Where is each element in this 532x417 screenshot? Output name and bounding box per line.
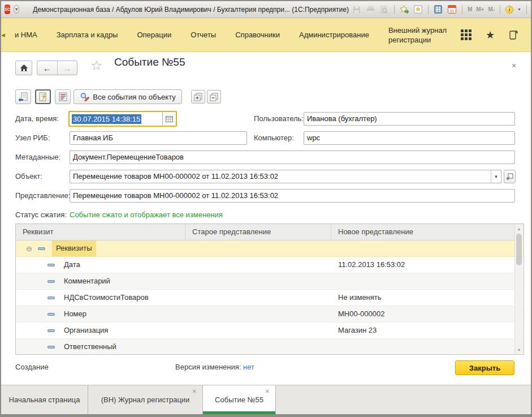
row-name: Ответственный <box>64 339 116 355</box>
memory-mplus-icon[interactable]: M+ <box>476 6 484 12</box>
row-name: Дата <box>64 257 80 273</box>
all-events-label: Все события по объекту <box>93 93 175 101</box>
table-row[interactable]: Дата 11.02.2013 16:53:02 <box>16 257 524 273</box>
tab-label: Событие №55 <box>215 395 263 404</box>
column-header-attribute[interactable]: Реквизит <box>16 224 185 240</box>
presentation-label: Представление: <box>15 189 70 203</box>
calendar-icon[interactable]: 31 <box>447 5 457 14</box>
object-value: Перемещение товаров МН00-000002 от 11.02… <box>70 170 491 183</box>
tab-registration-journal[interactable]: (ВН) Журнал регистрации ✕ <box>88 385 203 414</box>
version-link[interactable]: нет <box>243 363 254 371</box>
document-report-icon <box>58 92 68 102</box>
compression-status-value: Событие сжато и отображает все изменения <box>70 208 223 222</box>
tab-close-icon[interactable]: ✕ <box>192 388 197 394</box>
row-name: Реквизиты <box>52 240 96 256</box>
tab-close-icon[interactable]: ✕ <box>265 388 270 394</box>
open-windows-tab-bar: Начальная страница (ВН) Журнал регистрац… <box>1 385 531 414</box>
home-icon <box>20 64 28 72</box>
favorites-window-icon[interactable] <box>413 5 423 14</box>
scroll-down-icon[interactable]: ▼ <box>515 346 523 354</box>
print-preview-icon[interactable] <box>379 5 389 14</box>
table-row[interactable]: НДСвСтоимостиТоваров Не изменять <box>16 290 524 306</box>
menu-item-administration[interactable]: Администрирование <box>289 26 379 44</box>
divider <box>428 5 429 14</box>
user-input[interactable]: Иванова (бухгалтер) <box>304 112 515 126</box>
object-input[interactable]: Перемещение товаров МН00-000002 от 11.02… <box>70 170 501 183</box>
open-icon <box>506 173 513 180</box>
collapse-all-button[interactable] <box>207 90 221 104</box>
event-type-label: Создание <box>15 363 49 371</box>
history-nav-group: ← → <box>37 61 77 75</box>
menu-item-salary[interactable]: Зарплата и кадры <box>47 26 128 44</box>
title-bar: 1С ▼ Демонстрационная база / Абдулов Юри… <box>1 1 531 18</box>
menu-item-external-journal[interactable]: Внешний журнал регистрации <box>379 23 461 47</box>
date-time-value: 30.07.2015 14:38:15 <box>70 112 162 126</box>
divider <box>500 5 500 14</box>
add-favorite-icon[interactable] <box>400 5 409 14</box>
info-dropdown-icon[interactable]: ▼ <box>517 7 521 11</box>
calculator-icon[interactable] <box>434 5 443 14</box>
table-row[interactable]: Ответственный <box>16 339 524 355</box>
row-name: Комментарий <box>64 273 110 289</box>
close-form-icon[interactable]: × <box>512 61 516 70</box>
metadata-input[interactable]: Документ.ПеремещениеТоваров <box>70 151 515 164</box>
calendar-picker-icon[interactable] <box>162 112 176 126</box>
event-card-button[interactable] <box>35 89 51 104</box>
favorites-star-icon[interactable]: ★ <box>486 30 495 40</box>
print-icon[interactable] <box>366 5 375 14</box>
dash-item-icon <box>47 346 55 349</box>
column-header-old[interactable]: Старое представление <box>185 224 331 240</box>
collapse-node-icon[interactable]: ⊖ <box>26 245 32 252</box>
table-row[interactable]: ⊖ Реквизиты <box>16 240 524 257</box>
collapse-all-icon <box>210 93 218 101</box>
favorite-star-icon[interactable]: ☆ <box>90 58 103 74</box>
memory-m-icon[interactable]: M <box>468 6 472 12</box>
home-button[interactable] <box>15 61 32 75</box>
menu-item-operations[interactable]: Операции <box>127 26 181 44</box>
user-label: Пользователь: <box>254 112 304 126</box>
memory-mminus-icon[interactable]: M- <box>488 6 495 12</box>
menu-item-directories[interactable]: Справочники <box>226 26 289 44</box>
info-icon[interactable]: i <box>505 6 513 14</box>
back-button[interactable]: ← <box>37 61 58 75</box>
history-icon[interactable] <box>509 30 518 40</box>
tab-event-55[interactable]: Событие №55 ✕ <box>203 385 276 414</box>
go-to-journal-button[interactable] <box>15 89 31 104</box>
table-row[interactable]: Комментарий <box>16 273 524 290</box>
dash-item-icon <box>47 329 55 332</box>
open-object-button[interactable] <box>504 170 516 183</box>
menu-item-reports[interactable]: Отчеты <box>181 26 226 44</box>
menu-item-nma[interactable]: и НМА <box>5 26 47 44</box>
table-header: Реквизит Старое представление Новое пред… <box>16 224 524 240</box>
computer-label: Компьютер: <box>254 131 294 145</box>
dropdown-icon[interactable]: ▼ <box>491 170 501 183</box>
event-report-button[interactable] <box>55 89 71 104</box>
date-time-field[interactable]: 30.07.2015 14:38:15 <box>68 111 177 127</box>
row-name: Номер <box>64 306 86 322</box>
menu-scroll-left-icon[interactable]: ◀ <box>1 32 5 38</box>
date-time-label: Дата, время: <box>15 112 59 126</box>
system-menu-icon[interactable]: ▼ <box>14 5 19 14</box>
forward-button[interactable]: → <box>58 61 77 75</box>
all-events-button[interactable]: Все события по объекту <box>73 89 182 104</box>
rib-node-input[interactable]: Главная ИБ <box>70 131 247 145</box>
scroll-up-icon[interactable]: ▲ <box>515 225 523 233</box>
close-button[interactable]: Закрыть <box>455 360 514 375</box>
metadata-label: Метаданные: <box>15 151 60 164</box>
expand-all-button[interactable] <box>191 90 205 104</box>
document-back-icon <box>18 92 28 102</box>
dash-item-icon <box>47 264 55 266</box>
expand-all-icon <box>194 93 202 101</box>
divider <box>462 5 462 14</box>
save-icon[interactable] <box>352 5 362 14</box>
search-object-icon <box>80 92 89 101</box>
presentation-input[interactable]: Перемещение товаров МН00-000002 от 11.02… <box>70 189 515 203</box>
vertical-scrollbar[interactable]: ▲ ▼ <box>514 225 523 354</box>
column-header-new[interactable]: Новое представление <box>331 224 524 240</box>
scrollbar-thumb[interactable] <box>516 234 522 265</box>
table-row[interactable]: Организация Магазин 23 <box>16 323 524 339</box>
apps-grid-icon[interactable] <box>461 29 472 40</box>
tab-home-page[interactable]: Начальная страница <box>1 385 88 414</box>
computer-input[interactable]: wpc <box>304 131 515 145</box>
table-row[interactable]: Номер МН00-000002 <box>16 306 524 323</box>
